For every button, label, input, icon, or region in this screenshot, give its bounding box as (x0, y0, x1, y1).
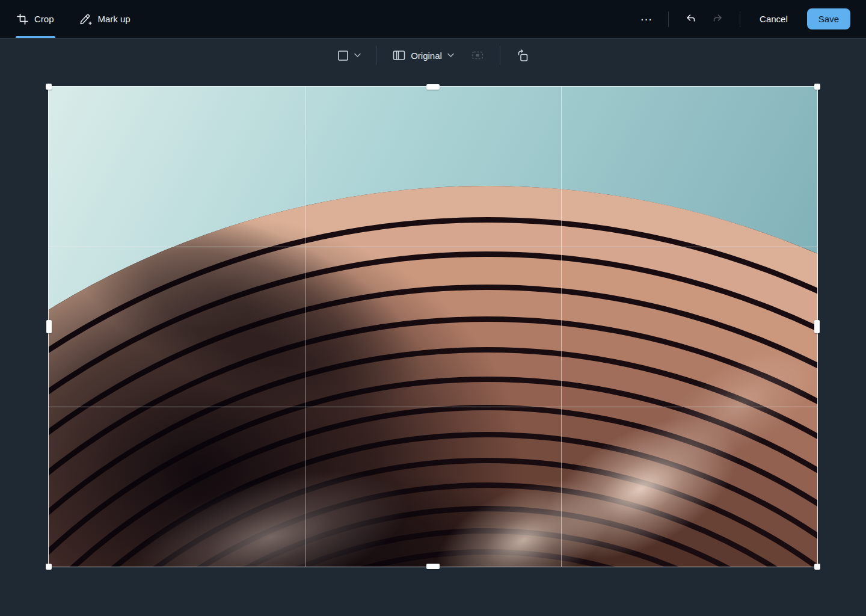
tab-crop-label: Crop (34, 14, 54, 24)
aspect-ratio-value: Original (411, 51, 442, 61)
crop-handle-top-left[interactable] (46, 84, 52, 90)
crop-handle-left[interactable] (46, 320, 52, 333)
divider (740, 11, 740, 27)
grid-line-vertical-1 (305, 87, 306, 567)
undo-button[interactable] (680, 8, 701, 30)
grid-line-horizontal-2 (49, 407, 817, 407)
grid-line-horizontal-1 (49, 247, 817, 247)
crop-handle-right[interactable] (814, 320, 820, 333)
active-tab-indicator (16, 36, 55, 38)
toolbar-actions: … Cancel Save (636, 8, 850, 30)
perspective-button (467, 47, 488, 64)
tab-crop[interactable]: Crop (16, 0, 55, 38)
redo-icon (712, 14, 724, 25)
divider (500, 46, 500, 65)
freeform-rect-icon (337, 50, 349, 61)
rotate-button[interactable] (512, 47, 532, 64)
aspect-ratio-icon (393, 50, 405, 61)
crop-icon (17, 13, 28, 25)
divider (668, 11, 669, 27)
editor-toolbar: Crop Mark up … (0, 0, 866, 38)
aspect-ratio-button[interactable]: Original (389, 48, 458, 63)
undo-icon (684, 14, 696, 25)
cancel-button[interactable]: Cancel (751, 9, 796, 29)
mode-tabs: Crop Mark up (16, 0, 132, 38)
crop-handle-bottom-left[interactable] (46, 564, 52, 570)
ellipsis-icon: … (640, 16, 653, 22)
more-options-button[interactable]: … (636, 8, 657, 30)
grid-line-vertical-2 (561, 87, 562, 567)
save-button[interactable]: Save (807, 8, 850, 29)
chevron-down-icon (354, 53, 361, 58)
crop-selection[interactable] (48, 86, 818, 567)
divider (376, 46, 377, 65)
crop-handle-bottom-right[interactable] (814, 564, 820, 570)
crop-handle-bottom[interactable] (426, 564, 440, 569)
crop-options-bar: Original (0, 46, 866, 65)
tab-markup[interactable]: Mark up (78, 0, 132, 38)
crop-handle-top[interactable] (426, 84, 440, 90)
crop-handle-top-right[interactable] (814, 84, 820, 90)
crop-canvas (48, 86, 818, 567)
redo-button (707, 8, 729, 30)
markup-pen-icon (79, 13, 92, 25)
tab-markup-label: Mark up (98, 14, 131, 24)
crop-shape-button[interactable] (334, 48, 364, 64)
perspective-icon (471, 49, 484, 61)
chevron-down-icon (447, 53, 454, 58)
rotate-left-icon (516, 49, 529, 62)
